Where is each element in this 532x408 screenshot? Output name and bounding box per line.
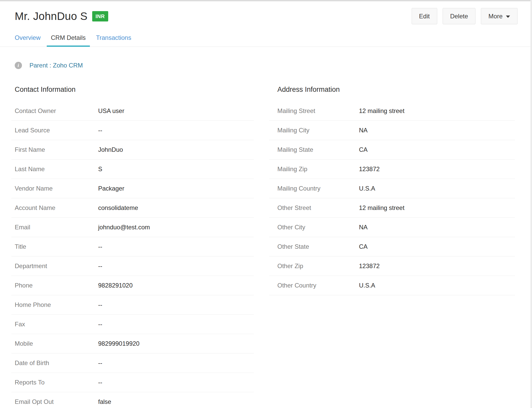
field-value: 982999019920 bbox=[98, 340, 139, 347]
field-label: Date of Birth bbox=[11, 359, 98, 367]
field-label: Lead Source bbox=[11, 127, 98, 134]
field-label: Last Name bbox=[11, 165, 98, 173]
field-row: Department-- bbox=[11, 256, 254, 276]
field-value: CA bbox=[359, 243, 367, 250]
field-value: 12 mailing street bbox=[359, 204, 404, 211]
field-row: Phone9828291020 bbox=[11, 276, 254, 295]
field-value: 123872 bbox=[359, 262, 380, 270]
info-icon[interactable]: i bbox=[15, 62, 22, 69]
field-row: Title-- bbox=[11, 237, 254, 256]
field-label: Reports To bbox=[11, 379, 98, 386]
field-row: Email Opt Outfalse bbox=[11, 392, 254, 408]
delete-button-label: Delete bbox=[450, 13, 468, 20]
field-label: Other State bbox=[269, 243, 359, 250]
field-row: Account Nameconsolidateme bbox=[11, 198, 254, 218]
field-value: USA user bbox=[98, 107, 124, 115]
field-row: Mailing StateCA bbox=[269, 140, 515, 160]
field-label: Mailing City bbox=[269, 127, 359, 134]
field-value: -- bbox=[98, 321, 102, 328]
currency-badge: INR bbox=[92, 11, 108, 21]
contact-information-rows: Contact OwnerUSA userLead Source--First … bbox=[11, 101, 254, 408]
field-label: Phone bbox=[11, 282, 98, 289]
field-label: Other City bbox=[269, 224, 359, 231]
record-header: Mr. JohnDuo S INR Edit Delete More bbox=[0, 1, 532, 24]
field-label: Mobile bbox=[11, 340, 98, 347]
chevron-down-icon bbox=[506, 16, 510, 18]
page-title: Mr. JohnDuo S bbox=[15, 10, 88, 22]
detail-columns: Contact Information Contact OwnerUSA use… bbox=[0, 86, 532, 408]
field-row: Other Street12 mailing street bbox=[269, 198, 515, 218]
address-information-rows: Mailing Street12 mailing streetMailing C… bbox=[269, 101, 515, 295]
edit-button-label: Edit bbox=[419, 13, 430, 20]
field-label: Department bbox=[11, 262, 98, 270]
field-value: NA bbox=[359, 224, 367, 231]
field-label: Other Zip bbox=[269, 262, 359, 270]
field-row: Contact OwnerUSA user bbox=[11, 101, 254, 121]
field-value: false bbox=[98, 398, 111, 405]
field-label: Mailing Street bbox=[269, 107, 359, 115]
field-label: Vendor Name bbox=[11, 185, 98, 192]
field-row: Other Zip123872 bbox=[269, 256, 515, 276]
field-label: Email Opt Out bbox=[11, 398, 98, 405]
field-label: Other Country bbox=[269, 282, 359, 289]
field-value: 9828291020 bbox=[98, 282, 132, 289]
field-value: -- bbox=[98, 127, 102, 134]
field-value: S bbox=[98, 165, 102, 173]
field-label: Other Street bbox=[269, 204, 359, 211]
section-title: Contact Information bbox=[11, 86, 254, 94]
field-value: -- bbox=[98, 359, 102, 367]
tab-transactions[interactable]: Transactions bbox=[96, 31, 131, 47]
field-label: Account Name bbox=[11, 204, 98, 211]
field-row: Home Phone-- bbox=[11, 295, 254, 315]
field-row: Lead Source-- bbox=[11, 121, 254, 140]
field-row: Mailing Street12 mailing street bbox=[269, 101, 515, 121]
field-row: Other CityNA bbox=[269, 218, 515, 237]
field-value: 123872 bbox=[359, 165, 380, 173]
field-row: Last NameS bbox=[11, 160, 254, 179]
tab-overview[interactable]: Overview bbox=[15, 31, 41, 47]
tab-crm-details[interactable]: CRM Details bbox=[47, 31, 90, 47]
parent-row: i Parent : Zoho CRM bbox=[0, 47, 532, 69]
field-row: Vendor NamePackager bbox=[11, 179, 254, 198]
header-actions: Edit Delete More bbox=[412, 8, 518, 24]
field-label: Mailing Zip bbox=[269, 165, 359, 173]
field-value: johnduo@test.com bbox=[98, 224, 150, 231]
field-value: Packager bbox=[98, 185, 124, 192]
field-value: 12 mailing street bbox=[359, 107, 404, 115]
field-value: JohnDuo bbox=[98, 146, 123, 153]
delete-button[interactable]: Delete bbox=[443, 8, 475, 24]
more-button[interactable]: More bbox=[481, 8, 518, 24]
contact-information-section: Contact Information Contact OwnerUSA use… bbox=[11, 86, 254, 408]
field-label: Email bbox=[11, 224, 98, 231]
field-value: U.S.A bbox=[359, 185, 375, 192]
field-value: -- bbox=[98, 262, 102, 270]
field-value: -- bbox=[98, 301, 102, 308]
field-label: Mailing Country bbox=[269, 185, 359, 192]
field-row: Fax-- bbox=[11, 315, 254, 334]
field-value: -- bbox=[98, 379, 102, 386]
address-information-section: Address Information Mailing Street12 mai… bbox=[269, 86, 515, 408]
field-value: NA bbox=[359, 127, 367, 134]
field-row: Other StateCA bbox=[269, 237, 515, 256]
more-button-label: More bbox=[488, 13, 503, 20]
field-row: Mailing CountryU.S.A bbox=[269, 179, 515, 198]
field-row: Mobile982999019920 bbox=[11, 334, 254, 353]
field-value: -- bbox=[98, 243, 102, 250]
field-label: Home Phone bbox=[11, 301, 98, 308]
field-value: CA bbox=[359, 146, 367, 153]
parent-crm-link[interactable]: Parent : Zoho CRM bbox=[29, 62, 83, 69]
field-row: First NameJohnDuo bbox=[11, 140, 254, 160]
field-row: Date of Birth-- bbox=[11, 353, 254, 373]
section-title: Address Information bbox=[269, 86, 515, 94]
field-row: Mailing Zip123872 bbox=[269, 160, 515, 179]
edit-button[interactable]: Edit bbox=[412, 8, 437, 24]
vertical-scrollbar[interactable] bbox=[530, 0, 532, 408]
field-row: Reports To-- bbox=[11, 373, 254, 392]
field-label: Title bbox=[11, 243, 98, 250]
field-label: Fax bbox=[11, 321, 98, 328]
field-row: Other CountryU.S.A bbox=[269, 276, 515, 295]
field-value: U.S.A bbox=[359, 282, 375, 289]
field-label: Mailing State bbox=[269, 146, 359, 153]
field-label: First Name bbox=[11, 146, 98, 153]
field-label: Contact Owner bbox=[11, 107, 98, 115]
